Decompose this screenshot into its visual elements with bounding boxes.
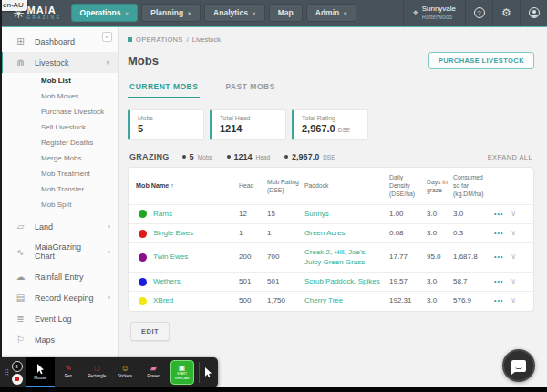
head-value: 500 bbox=[236, 292, 264, 311]
tool-label: Stickers bbox=[118, 374, 132, 378]
settings-button[interactable]: ⚙ bbox=[492, 0, 520, 26]
edit-button[interactable]: EDIT bbox=[130, 322, 170, 341]
head-value: 200 bbox=[236, 243, 264, 273]
mobs-table: Mob Name ↑ Head Mob Rating (DSE) Paddock… bbox=[128, 167, 534, 312]
menu-operations[interactable]: Operations ∨ bbox=[71, 4, 139, 22]
column-days-in-graze[interactable]: Days in graze bbox=[424, 168, 450, 204]
webcam-button[interactable]: ▣ START WEBCAM bbox=[170, 360, 194, 385]
sidebar-item-mob-split[interactable]: Mob Split bbox=[0, 197, 118, 212]
bullet-icon bbox=[284, 155, 288, 159]
days-value: 3.0 bbox=[424, 292, 450, 311]
row-menu-button[interactable]: ••• bbox=[494, 253, 503, 260]
land-icon: ▱ bbox=[15, 222, 26, 232]
days-value: 3.0 bbox=[424, 204, 450, 223]
sidebar-item-record-keeping[interactable]: ▤ Record Keeping ‹ bbox=[0, 287, 118, 308]
sidebar-item-rainfall-entry[interactable]: ☁ Rainfall Entry bbox=[0, 266, 118, 287]
paddock-link[interactable]: Green Acres bbox=[304, 229, 345, 237]
tab-past-mobs[interactable]: PAST MOBS bbox=[223, 78, 276, 98]
column-consumed[interactable]: Consumed so far (kg.DM/ha) bbox=[450, 168, 491, 204]
sidebar-item-mob-moves[interactable]: Mob Moves bbox=[0, 88, 118, 104]
row-expand-chevron-icon[interactable]: ∨ bbox=[503, 210, 516, 218]
row-menu-button[interactable]: ••• bbox=[494, 278, 503, 284]
tool-mouse[interactable]: Mouse bbox=[26, 357, 55, 387]
mob-name-link[interactable]: Rams bbox=[153, 210, 172, 219]
sidebar-item-label: Event Log bbox=[35, 315, 72, 324]
paddock-link[interactable]: Creek 2, Hill, Joe's, Juicy Green Grass bbox=[304, 248, 367, 265]
paddock-link[interactable]: Scrub Paddock, Spikes bbox=[304, 277, 380, 285]
tab-current-mobs[interactable]: CURRENT MOBS bbox=[128, 78, 200, 98]
paddock-link[interactable]: Cherry Tree bbox=[304, 296, 343, 304]
tool-label: Pen bbox=[65, 374, 72, 378]
stat-label: Mobs bbox=[138, 115, 196, 121]
chevron-down-icon: ∨ bbox=[124, 10, 129, 16]
help-button[interactable]: ? bbox=[465, 0, 492, 26]
tool-pen[interactable]: ✎ Pen bbox=[55, 357, 83, 387]
column-daily-density[interactable]: Daily Density (DSE/ha) bbox=[387, 168, 424, 204]
menu-analytics[interactable]: Analytics ∨ bbox=[204, 4, 265, 22]
sidebar-item-mob-list[interactable]: Mob List bbox=[0, 73, 118, 88]
row-expand-chevron-icon[interactable]: ∨ bbox=[503, 229, 516, 237]
tool-eraser[interactable]: ▰ Eraser bbox=[139, 357, 168, 387]
column-mob-name[interactable]: Mob Name ↑ bbox=[129, 168, 236, 204]
row-expand-chevron-icon[interactable]: ∨ bbox=[503, 296, 516, 304]
row-expand-chevron-icon[interactable]: ∨ bbox=[503, 253, 516, 261]
breadcrumb-page[interactable]: Livestock bbox=[192, 36, 221, 44]
mob-name-link[interactable]: Wethers bbox=[153, 277, 181, 286]
row-menu-button[interactable]: ••• bbox=[494, 297, 503, 304]
expand-all-button[interactable]: EXPAND ALL bbox=[488, 153, 532, 161]
sidebar-collapse-button[interactable]: « bbox=[102, 32, 112, 42]
sidebar-item-maiagrazing-chart[interactable]: ∿ MaiaGrazing Chart ‹ bbox=[0, 237, 118, 266]
pointer-mode-button[interactable] bbox=[201, 362, 216, 384]
tool-stickers[interactable]: ☺ Stickers bbox=[111, 357, 139, 387]
breadcrumb-section[interactable]: OPERATIONS bbox=[136, 36, 183, 44]
stat-value: 5 bbox=[138, 123, 196, 134]
drag-handle-icon[interactable]: ⠿ bbox=[4, 368, 10, 377]
farm-selector[interactable]: ⌖ Sunnyvale Rotterwood bbox=[403, 0, 465, 26]
mob-name-link[interactable]: Twin Ewes bbox=[153, 253, 188, 262]
farm-subname: Rotterwood bbox=[422, 14, 456, 21]
chat-widget-button[interactable] bbox=[502, 349, 535, 382]
menu-map[interactable]: Map bbox=[269, 4, 303, 22]
sidebar-item-maps[interactable]: ⚐ Maps bbox=[0, 329, 118, 350]
sidebar-item-land[interactable]: ▱ Land ‹ bbox=[0, 216, 118, 237]
grazing-title: GRAZING bbox=[129, 152, 170, 161]
consumed-value: 58.7 bbox=[450, 273, 491, 292]
account-button[interactable] bbox=[520, 0, 547, 26]
column-mob-rating[interactable]: Mob Rating (DSE) bbox=[264, 168, 302, 204]
summary-stats: Mobs 5 Total Head 1214 Total Rating 2,96… bbox=[128, 109, 534, 140]
row-menu-button[interactable]: ••• bbox=[494, 230, 503, 236]
sidebar-item-merge-mobs[interactable]: Merge Mobs bbox=[0, 150, 118, 166]
stop-button[interactable] bbox=[12, 374, 23, 385]
sidebar-item-dashboard[interactable]: ⊞ Dashboard bbox=[0, 31, 118, 52]
sidebar-item-register-deaths[interactable]: Register Deaths bbox=[0, 135, 118, 150]
table-row: Single Ewes 1 1 Green Acres 0.08 3.0 0.3… bbox=[129, 223, 534, 242]
sidebar-item-label: Land bbox=[35, 222, 53, 232]
row-menu-button[interactable]: ••• bbox=[494, 211, 503, 217]
head-value: 12 bbox=[236, 204, 264, 223]
paddock-link[interactable]: Sunnys bbox=[304, 210, 329, 218]
column-paddock[interactable]: Paddock bbox=[302, 168, 387, 204]
purchase-livestock-button[interactable]: PURCHASE LIVESTOCK bbox=[428, 52, 534, 69]
column-head[interactable]: Head bbox=[236, 168, 264, 204]
rating-value: 1,750 bbox=[264, 292, 302, 311]
pause-button[interactable]: ‖ bbox=[12, 361, 23, 372]
brand-name: MAIA bbox=[27, 5, 62, 15]
gear-icon: ⚙ bbox=[501, 6, 511, 19]
row-expand-chevron-icon[interactable]: ∨ bbox=[503, 277, 516, 285]
menu-admin[interactable]: Admin ∨ bbox=[306, 4, 356, 22]
sidebar-item-purchase-livestock[interactable]: Purchase Livestock bbox=[0, 104, 118, 119]
mob-name-link[interactable]: Single Ewes bbox=[153, 229, 193, 238]
table-row: XBred 500 1,750 Cherry Tree 192.31 3.0 5… bbox=[129, 292, 534, 311]
sidebar-item-event-log[interactable]: ≣ Event Log bbox=[0, 308, 118, 329]
stat-value: 1214 bbox=[220, 123, 278, 134]
sidebar-item-mob-transfer[interactable]: Mob Transfer bbox=[0, 181, 118, 197]
sidebar-item-sell-livestock[interactable]: Sell Livestock bbox=[0, 119, 118, 135]
sidebar-item-livestock[interactable]: ⋒ Livestock ∨ bbox=[0, 52, 118, 73]
table-row: Rams 12 15 Sunnys 1.00 3.0 3.0 •••∨ bbox=[129, 204, 534, 223]
webcam-icon: ▣ bbox=[179, 365, 186, 372]
sidebar-item-mob-treatment[interactable]: Mob Treatment bbox=[0, 166, 118, 181]
menu-planning[interactable]: Planning ∨ bbox=[141, 4, 201, 22]
tool-rectangle[interactable]: □ Rectangle bbox=[83, 357, 111, 387]
grazing-summary-unit: Head bbox=[256, 154, 271, 160]
mob-name-link[interactable]: XBred bbox=[153, 296, 173, 305]
